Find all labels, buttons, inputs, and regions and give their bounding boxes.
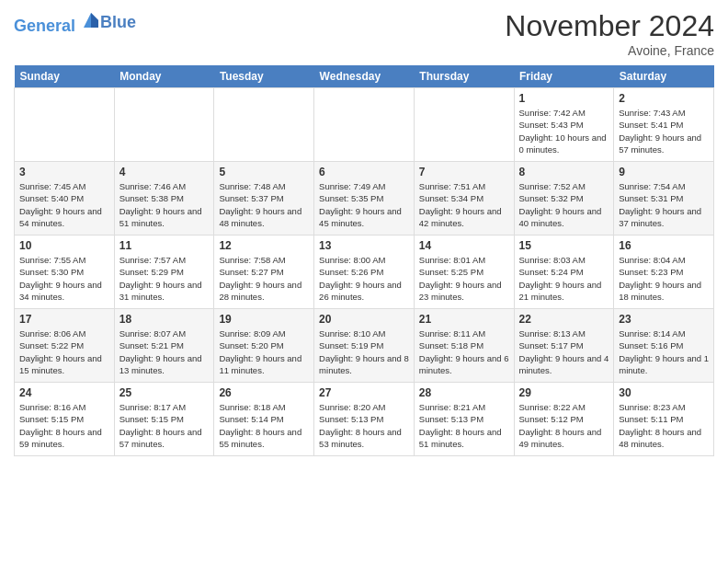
calendar-cell: 2Sunrise: 7:43 AMSunset: 5:41 PMDaylight… bbox=[614, 88, 714, 162]
calendar-cell: 9Sunrise: 7:54 AMSunset: 5:31 PMDaylight… bbox=[614, 162, 714, 236]
calendar-cell: 12Sunrise: 7:58 AMSunset: 5:27 PMDayligh… bbox=[214, 236, 314, 309]
col-friday: Friday bbox=[514, 65, 614, 88]
day-info: Sunrise: 8:11 AMSunset: 5:18 PMDaylight:… bbox=[419, 327, 509, 376]
day-number: 6 bbox=[319, 166, 409, 178]
calendar-cell: 19Sunrise: 8:09 AMSunset: 5:20 PMDayligh… bbox=[214, 309, 314, 383]
header: General Blue November 2024 Avoine, Franc… bbox=[14, 9, 714, 58]
day-info: Sunrise: 7:42 AMSunset: 5:43 PMDaylight:… bbox=[519, 107, 609, 155]
day-number: 28 bbox=[419, 386, 509, 399]
day-info: Sunrise: 8:18 AMSunset: 5:14 PMDaylight:… bbox=[219, 401, 309, 450]
day-number: 14 bbox=[419, 239, 509, 252]
day-number: 20 bbox=[319, 313, 409, 326]
logo-text: General bbox=[14, 9, 100, 36]
logo-icon bbox=[82, 9, 100, 31]
day-number: 11 bbox=[119, 239, 210, 252]
col-monday: Monday bbox=[114, 65, 214, 88]
day-info: Sunrise: 8:14 AMSunset: 5:16 PMDaylight:… bbox=[619, 327, 709, 376]
day-info: Sunrise: 7:51 AMSunset: 5:34 PMDaylight:… bbox=[419, 180, 509, 229]
day-info: Sunrise: 8:17 AMSunset: 5:15 PMDaylight:… bbox=[119, 401, 210, 450]
calendar-cell: 18Sunrise: 8:07 AMSunset: 5:21 PMDayligh… bbox=[114, 309, 214, 383]
col-sunday: Sunday bbox=[15, 65, 115, 88]
col-saturday: Saturday bbox=[614, 65, 714, 88]
day-number: 22 bbox=[519, 313, 609, 326]
calendar-cell: 29Sunrise: 8:22 AMSunset: 5:12 PMDayligh… bbox=[514, 383, 614, 456]
calendar-cell: 11Sunrise: 7:57 AMSunset: 5:29 PMDayligh… bbox=[114, 236, 214, 309]
calendar-cell: 8Sunrise: 7:52 AMSunset: 5:32 PMDaylight… bbox=[514, 162, 614, 236]
day-number: 27 bbox=[319, 386, 409, 399]
col-thursday: Thursday bbox=[414, 65, 514, 88]
day-info: Sunrise: 7:57 AMSunset: 5:29 PMDaylight:… bbox=[119, 254, 210, 303]
calendar-cell: 25Sunrise: 8:17 AMSunset: 5:15 PMDayligh… bbox=[114, 383, 214, 456]
title-area: November 2024 Avoine, France bbox=[505, 9, 714, 58]
day-info: Sunrise: 8:22 AMSunset: 5:12 PMDaylight:… bbox=[519, 401, 609, 450]
day-info: Sunrise: 8:06 AMSunset: 5:22 PMDaylight:… bbox=[19, 327, 109, 376]
calendar-week-4: 17Sunrise: 8:06 AMSunset: 5:22 PMDayligh… bbox=[15, 309, 714, 383]
day-number: 26 bbox=[219, 386, 309, 399]
calendar-cell: 23Sunrise: 8:14 AMSunset: 5:16 PMDayligh… bbox=[614, 309, 714, 383]
day-info: Sunrise: 7:55 AMSunset: 5:30 PMDaylight:… bbox=[19, 254, 109, 303]
calendar-cell bbox=[114, 88, 214, 162]
day-info: Sunrise: 8:21 AMSunset: 5:13 PMDaylight:… bbox=[419, 401, 509, 450]
month-title: November 2024 bbox=[505, 9, 714, 43]
calendar-cell: 14Sunrise: 8:01 AMSunset: 5:25 PMDayligh… bbox=[414, 236, 514, 309]
day-number: 25 bbox=[119, 386, 210, 399]
col-tuesday: Tuesday bbox=[214, 65, 314, 88]
calendar-cell bbox=[414, 88, 514, 162]
day-info: Sunrise: 7:45 AMSunset: 5:40 PMDaylight:… bbox=[19, 180, 109, 229]
logo: General Blue bbox=[14, 9, 136, 36]
day-info: Sunrise: 7:48 AMSunset: 5:37 PMDaylight:… bbox=[219, 180, 309, 229]
calendar-week-1: 1Sunrise: 7:42 AMSunset: 5:43 PMDaylight… bbox=[15, 88, 714, 162]
day-number: 18 bbox=[119, 313, 210, 326]
calendar-cell: 15Sunrise: 8:03 AMSunset: 5:24 PMDayligh… bbox=[514, 236, 614, 309]
calendar-cell: 6Sunrise: 7:49 AMSunset: 5:35 PMDaylight… bbox=[314, 162, 415, 236]
day-number: 17 bbox=[19, 313, 109, 326]
day-number: 21 bbox=[419, 313, 509, 326]
day-number: 30 bbox=[619, 386, 709, 399]
calendar-cell: 24Sunrise: 8:16 AMSunset: 5:15 PMDayligh… bbox=[15, 383, 115, 456]
calendar-cell: 22Sunrise: 8:13 AMSunset: 5:17 PMDayligh… bbox=[514, 309, 614, 383]
calendar-cell: 5Sunrise: 7:48 AMSunset: 5:37 PMDaylight… bbox=[214, 162, 314, 236]
day-info: Sunrise: 7:52 AMSunset: 5:32 PMDaylight:… bbox=[519, 180, 609, 229]
calendar-cell: 1Sunrise: 7:42 AMSunset: 5:43 PMDaylight… bbox=[514, 88, 614, 162]
calendar-cell: 7Sunrise: 7:51 AMSunset: 5:34 PMDaylight… bbox=[414, 162, 514, 236]
day-number: 10 bbox=[19, 239, 109, 252]
calendar-cell: 4Sunrise: 7:46 AMSunset: 5:38 PMDaylight… bbox=[114, 162, 214, 236]
day-info: Sunrise: 8:04 AMSunset: 5:23 PMDaylight:… bbox=[619, 254, 709, 303]
calendar-cell: 16Sunrise: 8:04 AMSunset: 5:23 PMDayligh… bbox=[614, 236, 714, 309]
day-number: 8 bbox=[519, 166, 609, 178]
calendar-cell: 10Sunrise: 7:55 AMSunset: 5:30 PMDayligh… bbox=[15, 236, 115, 309]
day-info: Sunrise: 8:10 AMSunset: 5:19 PMDaylight:… bbox=[319, 327, 409, 376]
calendar-cell: 20Sunrise: 8:10 AMSunset: 5:19 PMDayligh… bbox=[314, 309, 415, 383]
calendar-week-2: 3Sunrise: 7:45 AMSunset: 5:40 PMDaylight… bbox=[15, 162, 714, 236]
day-info: Sunrise: 8:20 AMSunset: 5:13 PMDaylight:… bbox=[319, 401, 409, 450]
calendar-week-3: 10Sunrise: 7:55 AMSunset: 5:30 PMDayligh… bbox=[15, 236, 714, 309]
day-info: Sunrise: 7:43 AMSunset: 5:41 PMDaylight:… bbox=[619, 107, 709, 155]
page-container: General Blue November 2024 Avoine, Franc… bbox=[0, 0, 728, 465]
day-number: 19 bbox=[219, 313, 309, 326]
calendar-cell: 17Sunrise: 8:06 AMSunset: 5:22 PMDayligh… bbox=[15, 309, 115, 383]
day-info: Sunrise: 8:00 AMSunset: 5:26 PMDaylight:… bbox=[319, 254, 409, 303]
day-number: 2 bbox=[619, 92, 709, 105]
day-info: Sunrise: 8:09 AMSunset: 5:20 PMDaylight:… bbox=[219, 327, 309, 376]
calendar-cell: 3Sunrise: 7:45 AMSunset: 5:40 PMDaylight… bbox=[15, 162, 115, 236]
calendar-cell: 30Sunrise: 8:23 AMSunset: 5:11 PMDayligh… bbox=[614, 383, 714, 456]
day-info: Sunrise: 8:07 AMSunset: 5:21 PMDaylight:… bbox=[119, 327, 210, 376]
day-number: 1 bbox=[519, 92, 609, 105]
day-info: Sunrise: 8:03 AMSunset: 5:24 PMDaylight:… bbox=[519, 254, 609, 303]
day-info: Sunrise: 7:46 AMSunset: 5:38 PMDaylight:… bbox=[119, 180, 210, 229]
day-info: Sunrise: 7:58 AMSunset: 5:27 PMDaylight:… bbox=[219, 254, 309, 303]
day-number: 13 bbox=[319, 239, 409, 252]
calendar-table: Sunday Monday Tuesday Wednesday Thursday… bbox=[14, 65, 714, 456]
header-row: Sunday Monday Tuesday Wednesday Thursday… bbox=[15, 65, 714, 88]
day-number: 15 bbox=[519, 239, 609, 252]
day-number: 23 bbox=[619, 313, 709, 326]
day-number: 5 bbox=[219, 166, 309, 178]
day-info: Sunrise: 8:01 AMSunset: 5:25 PMDaylight:… bbox=[419, 254, 509, 303]
day-number: 3 bbox=[19, 166, 109, 178]
calendar-week-5: 24Sunrise: 8:16 AMSunset: 5:15 PMDayligh… bbox=[15, 383, 714, 456]
day-info: Sunrise: 7:54 AMSunset: 5:31 PMDaylight:… bbox=[619, 180, 709, 229]
calendar-cell bbox=[15, 88, 115, 162]
day-number: 7 bbox=[419, 166, 509, 178]
calendar-cell: 28Sunrise: 8:21 AMSunset: 5:13 PMDayligh… bbox=[414, 383, 514, 456]
col-wednesday: Wednesday bbox=[314, 65, 415, 88]
